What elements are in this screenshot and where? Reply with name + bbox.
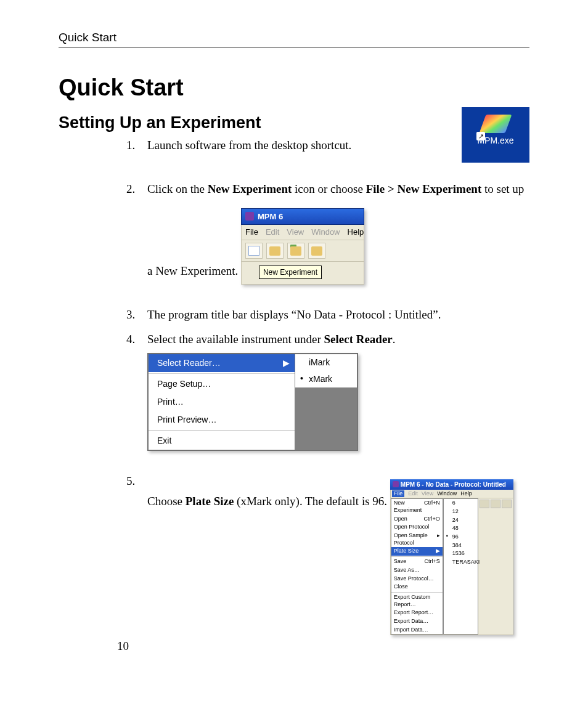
menu-save-as[interactable]: Save As… bbox=[391, 566, 443, 575]
reader-option-xmark[interactable]: xMark bbox=[295, 371, 357, 387]
step-3: 3. The program title bar displays “No Da… bbox=[126, 307, 529, 323]
new-experiment-button[interactable] bbox=[245, 243, 263, 259]
menu-file[interactable]: File bbox=[392, 490, 405, 498]
app-icon bbox=[245, 212, 254, 221]
menubar: File Edit View Window Help bbox=[241, 225, 364, 240]
plate-size-1536[interactable]: 1536 bbox=[444, 550, 478, 558]
open-protocol-button[interactable] bbox=[287, 243, 304, 259]
menu-open[interactable]: OpenCtrl+O bbox=[391, 515, 443, 524]
toolbar-icon[interactable] bbox=[502, 500, 512, 508]
plate-size-24[interactable]: 24 bbox=[444, 516, 478, 525]
running-head: Quick Start bbox=[59, 31, 529, 47]
screenshot-plate-size: MPM 6 - No Data - Protocol: Untitled Fil… bbox=[390, 479, 513, 636]
titlebar: MPM 6 bbox=[241, 208, 364, 225]
page-title: Quick Start bbox=[59, 75, 529, 101]
window-title: MPM 6 bbox=[258, 211, 283, 222]
menu-window[interactable]: Window bbox=[437, 490, 457, 498]
toolbar bbox=[478, 498, 513, 635]
toolbar-icon[interactable] bbox=[491, 500, 500, 508]
app-icon bbox=[393, 481, 399, 487]
step-4: 4. Select the available instrument under… bbox=[126, 331, 529, 465]
menu-new-experiment[interactable]: New ExperimentCtrl+N bbox=[391, 499, 443, 514]
menu-save-protocol[interactable]: Save Protocol… bbox=[391, 575, 443, 583]
menu-exit[interactable]: Exit bbox=[149, 432, 295, 450]
file-dropdown: New ExperimentCtrl+N OpenCtrl+O Open Pro… bbox=[391, 498, 443, 635]
open-button[interactable] bbox=[266, 243, 284, 259]
menu-print-preview[interactable]: Print Preview… bbox=[149, 411, 295, 429]
screenshot-new-experiment: MPM 6 File Edit View Window Help New Exp… bbox=[241, 208, 364, 285]
reader-submenu: iMark xMark bbox=[295, 354, 357, 388]
file-dropdown: Select Reader… ▶ Page Setup… Print… Prin… bbox=[148, 354, 295, 450]
menu-edit: Edit bbox=[408, 490, 418, 498]
menu-help[interactable]: Help bbox=[460, 490, 472, 498]
menu-print[interactable]: Print… bbox=[149, 393, 295, 411]
reader-option-imark[interactable]: iMark bbox=[295, 354, 357, 371]
menu-open-protocol[interactable]: Open Protocol bbox=[391, 523, 443, 532]
step-number: 3. bbox=[126, 307, 135, 323]
plate-size-12[interactable]: 12 bbox=[444, 508, 478, 516]
menu-select-reader[interactable]: Select Reader… ▶ bbox=[149, 354, 295, 372]
menu-window: Window bbox=[311, 227, 340, 238]
tooltip: New Experiment bbox=[259, 266, 322, 279]
step-1: 1. Launch software from the desktop shor… bbox=[126, 137, 529, 153]
menu-page-setup[interactable]: Page Setup… bbox=[149, 375, 295, 393]
step-text: The program title bar displays “No Data … bbox=[147, 308, 441, 321]
menu-file[interactable]: File bbox=[245, 227, 258, 238]
screenshot-select-reader: Select Reader… ▶ Page Setup… Print… Prin… bbox=[147, 353, 358, 450]
menu-view: View bbox=[422, 490, 433, 498]
plate-size-96[interactable]: 96 bbox=[444, 533, 478, 542]
titlebar: MPM 6 - No Data - Protocol: Untitled bbox=[390, 479, 513, 490]
step-2: 2. Click on the New Experiment icon or c… bbox=[126, 181, 529, 298]
plate-size-48[interactable]: 48 bbox=[444, 524, 478, 533]
step-number: 5. bbox=[126, 473, 135, 489]
toolbar bbox=[241, 240, 364, 262]
step-text: Launch software from the desktop shortcu… bbox=[147, 139, 351, 152]
submenu-arrow-icon: ▶ bbox=[283, 357, 290, 369]
menu-view: View bbox=[287, 227, 304, 238]
menubar: File Edit View Window Help bbox=[390, 490, 513, 499]
menu-save[interactable]: SaveCtrl+S bbox=[391, 558, 443, 566]
menu-plate-size[interactable]: Plate Size▶ bbox=[391, 547, 443, 556]
menu-close[interactable]: Close bbox=[391, 583, 443, 591]
step-5: 5. Choose Plate Size (xMark only). The d… bbox=[126, 473, 529, 649]
menu-export-report[interactable]: Export Report… bbox=[391, 609, 443, 617]
page-number: 10 bbox=[117, 639, 129, 653]
mpm-icon bbox=[480, 115, 512, 133]
step-number: 4. bbox=[126, 331, 135, 347]
menu-edit: Edit bbox=[266, 227, 279, 238]
section-heading: Setting Up an Experiment bbox=[59, 113, 529, 132]
plate-size-submenu: 6 12 24 48 96 384 1536 TERASAKI bbox=[443, 498, 478, 635]
menu-import-data[interactable]: Import Data… bbox=[391, 626, 443, 635]
open-sample-button[interactable] bbox=[308, 243, 325, 259]
plate-size-terasaki[interactable]: TERASAKI bbox=[444, 558, 478, 567]
plate-size-6[interactable]: 6 bbox=[444, 499, 478, 508]
step-number: 1. bbox=[126, 137, 135, 153]
menu-export-data[interactable]: Export Data… bbox=[391, 617, 443, 626]
window-title: MPM 6 - No Data - Protocol: Untitled bbox=[401, 481, 506, 489]
plate-size-384[interactable]: 384 bbox=[444, 542, 478, 550]
step-number: 2. bbox=[126, 181, 135, 197]
tooltip-area: New Experiment bbox=[241, 262, 364, 285]
menu-open-sample-protocol[interactable]: Open Sample Protocol▸ bbox=[391, 532, 443, 547]
menu-help[interactable]: Help bbox=[348, 227, 364, 238]
desktop-shortcut-icon: ↗ MPM.exe bbox=[462, 107, 529, 163]
menu-export-custom-report[interactable]: Export Custom Report… bbox=[391, 593, 443, 609]
toolbar-icon[interactable] bbox=[480, 500, 489, 508]
